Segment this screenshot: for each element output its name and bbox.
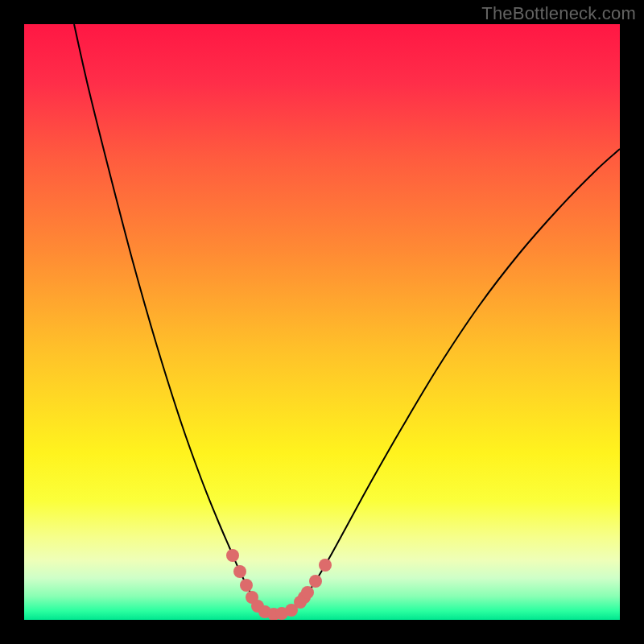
plot-area [24,24,620,620]
curve-marker [309,575,322,588]
watermark-text: TheBottleneck.com [481,3,636,24]
curve-marker [226,549,239,562]
curve-marker [240,579,253,592]
curve-marker [319,559,332,572]
curve-layer [24,24,620,620]
bottleneck-curve [74,24,620,615]
curve-marker [301,586,314,599]
curve-marker [233,565,246,578]
chart-frame: TheBottleneck.com [0,0,644,644]
curve-markers [226,549,332,620]
